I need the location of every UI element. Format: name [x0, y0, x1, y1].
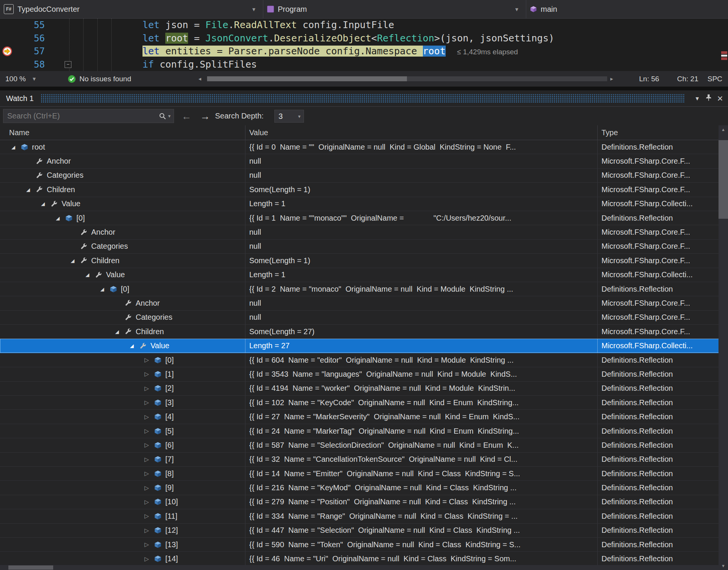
code-line[interactable]: 56let root = JsonConvert.DeserializeObje… [0, 32, 728, 45]
watch-row[interactable]: CategoriesnullMicrosoft.FSharp.Core.F... [0, 169, 728, 183]
expander-expanded-icon[interactable]: ◢ [8, 144, 19, 150]
expander-expanded-icon[interactable]: ◢ [22, 187, 34, 193]
expander-expanded-icon[interactable]: ◢ [52, 215, 63, 221]
watch-row[interactable]: ▷[2]{{ Id = 4194 Name = "worker" Origina… [0, 382, 728, 396]
titlebar-grip[interactable] [41, 94, 685, 103]
search-icon[interactable] [159, 112, 166, 120]
watch-row[interactable]: ▷[12]{{ Id = 447 Name = "Selection" Orig… [0, 524, 728, 538]
code-line[interactable]: 58−if config.SplitFiles [0, 58, 728, 71]
pin-icon[interactable] [703, 94, 714, 103]
watch-row[interactable]: AnchornullMicrosoft.FSharp.Core.F... [0, 154, 728, 168]
watch-row[interactable]: ▷[5]{{ Id = 24 Name = "MarkerTag" Origin… [0, 424, 728, 438]
watch-row[interactable]: ▷[11]{{ Id = 334 Name = "Range" Original… [0, 509, 728, 523]
watch-row[interactable]: ▷[0]{{ Id = 604 Name = "editor" Original… [0, 353, 728, 367]
code-text[interactable]: let entities = Parser.parseNode config.N… [142, 45, 518, 59]
search-back-button[interactable]: ← [182, 107, 191, 125]
expander-expanded-icon[interactable]: ◢ [111, 329, 123, 335]
expander-expanded-icon[interactable]: ◢ [67, 258, 78, 264]
watch-row[interactable]: ◢root{{ Id = 0 Name = "" OriginalName = … [0, 140, 728, 154]
scroll-right-arrow[interactable]: ► [609, 71, 614, 87]
code-text[interactable]: let json = File.ReadAllText config.Input… [142, 19, 394, 32]
column-header-name[interactable]: Name [0, 125, 245, 140]
expander-collapsed-icon[interactable]: ▷ [141, 456, 152, 463]
watch-row[interactable]: ◢ValueLength = 1Microsoft.FSharp.Collect… [0, 268, 728, 282]
expander-expanded-icon[interactable]: ◢ [82, 272, 93, 278]
watch-row[interactable]: ◢ValueLength = 1Microsoft.FSharp.Collect… [0, 197, 728, 211]
code-text[interactable]: if config.SplitFiles [142, 58, 257, 71]
watch-row[interactable]: ▷[10]{{ Id = 279 Name = "Position" Origi… [0, 495, 728, 509]
type-dropdown[interactable]: Program ▾ [263, 0, 526, 18]
chevron-down-icon[interactable]: ▾ [298, 114, 301, 119]
issues-indicator[interactable]: No issues found [68, 71, 131, 87]
expander-collapsed-icon[interactable]: ▷ [141, 357, 152, 363]
current-statement-icon[interactable] [2, 46, 13, 57]
code-editor[interactable]: 55let json = File.ReadAllText config.Inp… [0, 19, 728, 71]
watch-row[interactable]: ▷[6]{{ Id = 587 Name = "SelectionDirecti… [0, 438, 728, 452]
watch-row[interactable]: ◢ValueLength = 27Microsoft.FSharp.Collec… [0, 339, 728, 353]
watch-window-titlebar[interactable]: Watch 1 ▾ × [0, 90, 728, 107]
chevron-down-icon[interactable]: ▾ [252, 6, 255, 13]
scrollbar-thumb[interactable] [719, 140, 728, 219]
watch-row[interactable]: ▷[1]{{ Id = 3543 Name = "languages" Orig… [0, 367, 728, 381]
watch-row[interactable]: ▷[14]{{ Id = 46 Name = "Uri" OriginalNam… [0, 552, 728, 566]
column-header-type[interactable]: Type [598, 125, 728, 140]
expander-collapsed-icon[interactable]: ▷ [141, 470, 152, 477]
chevron-down-icon[interactable]: ▾ [515, 6, 518, 13]
watch-row[interactable]: CategoriesnullMicrosoft.FSharp.Core.F... [0, 240, 728, 254]
expander-collapsed-icon[interactable]: ▷ [141, 428, 152, 434]
chevron-down-icon[interactable]: ▾ [168, 113, 171, 119]
scroll-down-arrow[interactable]: ▼ [719, 562, 728, 570]
expander-collapsed-icon[interactable]: ▷ [141, 541, 152, 548]
expander-expanded-icon[interactable]: ◢ [126, 343, 138, 349]
zoom-selector[interactable]: 100 % ▾ [5, 71, 40, 87]
expander-collapsed-icon[interactable]: ▷ [141, 499, 152, 505]
watch-horizontal-scrollbar[interactable] [0, 565, 719, 570]
expander-collapsed-icon[interactable]: ▷ [141, 556, 152, 562]
watch-row[interactable]: CategoriesnullMicrosoft.FSharp.Core.F... [0, 311, 728, 325]
watch-row[interactable]: ◢ChildrenSome(Length = 27)Microsoft.FSha… [0, 325, 728, 339]
window-menu-chevron-icon[interactable]: ▾ [692, 95, 703, 103]
expander-collapsed-icon[interactable]: ▷ [141, 485, 152, 491]
code-line[interactable]: 55let json = File.ReadAllText config.Inp… [0, 19, 728, 32]
expander-expanded-icon[interactable]: ◢ [37, 201, 49, 207]
watch-row[interactable]: ▷[7]{{ Id = 32 Name = "CancellationToken… [0, 453, 728, 467]
expander-collapsed-icon[interactable]: ▷ [141, 442, 152, 448]
watch-row[interactable]: ▷[9]{{ Id = 216 Name = "KeyMod" Original… [0, 481, 728, 495]
watch-row[interactable]: AnchornullMicrosoft.FSharp.Core.F... [0, 225, 728, 239]
close-icon[interactable]: × [714, 93, 726, 103]
scroll-up-arrow[interactable]: ▲ [719, 125, 728, 134]
watch-row[interactable]: ◢[0]{{ Id = 1 Name = ""monaco"" Original… [0, 211, 728, 225]
project-dropdown[interactable]: F# TypedocConverter ▾ [0, 0, 263, 18]
expander-collapsed-icon[interactable]: ▷ [141, 513, 152, 519]
search-forward-button[interactable]: → [200, 107, 210, 125]
expander-collapsed-icon[interactable]: ▷ [141, 385, 152, 392]
code-line[interactable]: 57let entities = Parser.parseNode config… [0, 45, 728, 58]
member-dropdown[interactable]: main [526, 0, 728, 18]
vertical-scrollbar[interactable]: ▲ ▼ [719, 125, 728, 570]
watch-row[interactable]: ▷[13]{{ Id = 590 Name = "Token" Original… [0, 538, 728, 552]
search-input[interactable] [3, 111, 159, 121]
expander-expanded-icon[interactable]: ◢ [97, 286, 108, 292]
watch-row[interactable]: ▷[3]{{ Id = 102 Name = "KeyCode" Origina… [0, 396, 728, 410]
watch-row[interactable]: ◢ChildrenSome(Length = 1)Microsoft.FShar… [0, 254, 728, 268]
overview-ruler[interactable] [721, 51, 727, 61]
line-number[interactable]: 56 [11, 32, 45, 45]
horizontal-scrollbar[interactable] [207, 76, 607, 81]
scroll-left-arrow[interactable]: ◄ [198, 71, 202, 87]
line-number[interactable]: 58 [11, 58, 45, 71]
watch-row[interactable]: ▷[4]{{ Id = 27 Name = "MarkerSeverity" O… [0, 410, 728, 424]
scrollbar-thumb[interactable] [207, 76, 407, 81]
scrollbar-thumb[interactable] [8, 565, 53, 570]
expander-collapsed-icon[interactable]: ▷ [141, 371, 152, 377]
expander-collapsed-icon[interactable]: ▷ [141, 399, 152, 406]
expander-collapsed-icon[interactable]: ▷ [141, 527, 152, 534]
column-header-value[interactable]: Value [245, 125, 598, 140]
search-box[interactable]: ▾ [3, 109, 174, 123]
search-depth-dropdown[interactable]: 3 ▾ [274, 110, 304, 123]
expander-collapsed-icon[interactable]: ▷ [141, 414, 152, 420]
line-number[interactable]: 55 [11, 19, 45, 32]
watch-row[interactable]: AnchornullMicrosoft.FSharp.Core.F... [0, 296, 728, 310]
line-number[interactable]: 57 [11, 45, 45, 58]
code-text[interactable]: let root = JsonConvert.DeserializeObject… [142, 32, 554, 45]
chevron-down-icon[interactable]: ▾ [33, 75, 36, 82]
